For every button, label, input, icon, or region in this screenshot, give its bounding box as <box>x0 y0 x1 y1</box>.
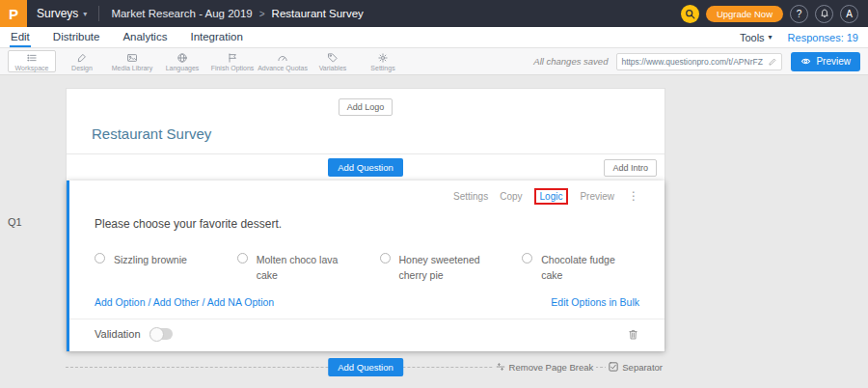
question-options: Sizzling brownie Molten choco lava cake … <box>95 252 665 284</box>
tab-edit[interactable]: Edit <box>10 27 31 47</box>
tools-dropdown[interactable]: Tools ▾ <box>740 32 773 43</box>
toolbar-item-label: Languages <box>166 65 200 71</box>
toolbar-item-label: Workspace <box>15 65 49 71</box>
questionpro-logo[interactable]: P <box>0 0 27 27</box>
delete-question-trash-icon[interactable] <box>627 328 639 341</box>
topbar: P Surveys ▾ Market Research - Aug 2019 >… <box>0 0 868 27</box>
survey-header: Add Logo Restaurant Survey <box>67 89 665 142</box>
breadcrumb-current: Restaurant Survey <box>272 8 364 19</box>
add-intro-button[interactable]: Add Intro <box>604 159 657 177</box>
preview-button-label: Preview <box>816 56 851 67</box>
nav-right: Tools ▾ Responses: 19 <box>740 27 858 47</box>
upgrade-now-button[interactable]: Upgrade Now <box>706 6 783 22</box>
option-label: Chocolate fudge cake <box>541 252 626 284</box>
tab-analytics[interactable]: Analytics <box>122 27 168 47</box>
radio-icon[interactable] <box>522 253 532 263</box>
tab-distribute[interactable]: Distribute <box>52 27 101 47</box>
edit-options-in-bulk-link[interactable]: Edit Options in Bulk <box>551 296 639 308</box>
toolbar-item-label: Finish Options <box>211 65 255 71</box>
surveys-dropdown[interactable]: Surveys ▾ <box>37 7 87 20</box>
option-molten-choco-lava-cake[interactable]: Molten choco lava cake <box>237 252 380 284</box>
survey-toolbar: Workspace Design Media Library Languages… <box>0 48 868 75</box>
questionpro-app: P Surveys ▾ Market Research - Aug 2019 >… <box>0 0 868 388</box>
gear-icon <box>377 52 389 64</box>
toolbar-item-label: Advance Quotas <box>258 65 308 71</box>
option-label: Sizzling brownie <box>114 252 187 267</box>
breadcrumb: Market Research - Aug 2019 > Restaurant … <box>98 6 363 21</box>
workspace-icon <box>26 52 38 64</box>
toolbar-item-workspace[interactable]: Workspace <box>8 50 56 72</box>
option-sizzling-brownie[interactable]: Sizzling brownie <box>95 252 237 284</box>
eye-icon <box>800 56 811 67</box>
notifications-button[interactable] <box>815 5 833 23</box>
page-break-controls: Remove Page Break Separator <box>493 360 665 374</box>
survey-url-box <box>616 53 782 70</box>
option-label: Molten choco lava cake <box>257 252 341 284</box>
kebab-menu-icon[interactable]: ⋮ <box>628 189 639 203</box>
question-number-label: Q1 <box>8 216 22 228</box>
question-actions: Settings Copy Logic Preview ⋮ <box>69 180 665 203</box>
search-button[interactable] <box>681 5 699 23</box>
add-logo-button[interactable]: Add Logo <box>339 98 393 116</box>
toolbar-item-media-library[interactable]: Media Library <box>108 48 156 74</box>
image-icon <box>126 52 138 64</box>
tag-icon <box>327 52 339 64</box>
design-brush-icon <box>76 52 88 64</box>
tools-label: Tools <box>740 32 765 43</box>
radio-icon[interactable] <box>95 253 105 263</box>
toolbar-item-advance-quotas[interactable]: Advance Quotas <box>258 48 307 74</box>
avatar[interactable]: A <box>840 5 858 23</box>
add-question-button[interactable]: Add Question <box>328 158 403 177</box>
toolbar-item-variables[interactable]: Variables <box>309 48 357 74</box>
toolbar-item-finish-options[interactable]: Finish Options <box>208 48 257 74</box>
question-copy-link[interactable]: Copy <box>500 191 522 202</box>
add-question-button-bottom[interactable]: Add Question <box>328 358 403 376</box>
bell-icon <box>819 8 830 19</box>
validation-toggle[interactable] <box>149 328 173 340</box>
chevron-down-icon: ▾ <box>83 10 87 18</box>
radio-icon[interactable] <box>380 253 391 263</box>
question-settings-link[interactable]: Settings <box>453 191 488 202</box>
survey-title: Restaurant Survey <box>92 125 665 142</box>
remove-page-break-button[interactable]: Remove Page Break <box>493 360 597 374</box>
chevron-down-icon: ▾ <box>769 33 773 42</box>
tab-integration[interactable]: Integration <box>189 27 243 47</box>
survey-card: Add Logo Restaurant Survey Add Question … <box>66 88 665 352</box>
question-block: Settings Copy Logic Preview ⋮ Please cho… <box>67 180 665 351</box>
question-text[interactable]: Please choose your favorite dessert. <box>95 217 665 231</box>
topbar-right: Upgrade Now ? A <box>681 5 868 23</box>
main-nav: Edit Distribute Analytics Integration To… <box>0 27 868 48</box>
gauge-icon <box>277 52 288 64</box>
toolbar-item-design[interactable]: Design <box>58 48 106 74</box>
page-break-row: Add Question Remove Page Break Separator <box>66 358 665 375</box>
remove-page-break-label: Remove Page Break <box>509 362 594 373</box>
preview-button[interactable]: Preview <box>791 52 860 71</box>
topbar-left: P Surveys ▾ Market Research - Aug 2019 >… <box>0 0 364 27</box>
toolbar-item-languages[interactable]: Languages <box>158 48 206 74</box>
radio-icon[interactable] <box>237 253 248 263</box>
breadcrumb-parent[interactable]: Market Research - Aug 2019 <box>111 8 252 19</box>
separator-checkbox-control[interactable]: Separator <box>606 360 665 374</box>
responses-count[interactable]: Responses: 19 <box>788 32 858 43</box>
checkbox-checked-icon <box>609 362 618 372</box>
add-option-links[interactable]: Add Option / Add Other / Add NA Option <box>95 296 274 308</box>
option-honey-sweetened-cherry-pie[interactable]: Honey sweetened cherry pie <box>380 252 523 284</box>
help-button[interactable]: ? <box>790 5 808 23</box>
question-logic-link-highlighted[interactable]: Logic <box>534 188 569 205</box>
separator-label: Separator <box>622 362 663 373</box>
nav-tabs: Edit Distribute Analytics Integration <box>10 27 244 47</box>
toolbar-item-label: Settings <box>370 65 394 71</box>
survey-canvas: Q1 Add Logo Restaurant Survey Add Questi… <box>0 75 868 388</box>
edit-url-pencil-icon[interactable] <box>768 57 777 67</box>
survey-url-input[interactable] <box>621 57 765 67</box>
question-option-links: Add Option / Add Other / Add NA Option E… <box>95 296 639 308</box>
remove-page-break-icon <box>496 362 505 372</box>
validation-label: Validation <box>95 328 141 340</box>
toolbar-items: Workspace Design Media Library Languages… <box>8 48 407 74</box>
flag-icon <box>227 52 238 64</box>
search-icon <box>685 9 695 19</box>
question-preview-link[interactable]: Preview <box>580 191 614 202</box>
option-chocolate-fudge-cake[interactable]: Chocolate fudge cake <box>522 252 665 284</box>
toolbar-item-settings[interactable]: Settings <box>359 48 407 74</box>
toolbar-right: All changes saved Preview <box>533 52 860 71</box>
